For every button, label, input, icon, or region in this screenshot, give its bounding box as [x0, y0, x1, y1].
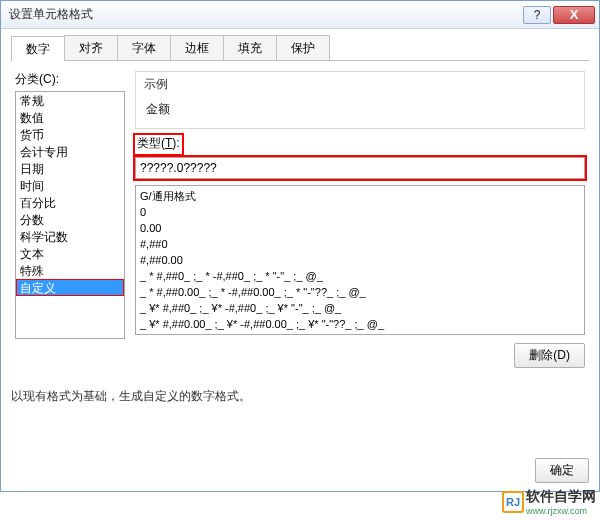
cat-custom[interactable]: 自定义	[16, 279, 124, 296]
watermark-title: 软件自学网	[526, 488, 596, 506]
title-bar: 设置单元格格式 ? X	[1, 1, 599, 29]
fmt-item[interactable]: _ * #,##0.00_ ;_ * -#,##0.00_ ;_ * "-"??…	[138, 284, 582, 300]
ok-button[interactable]: 确定	[535, 458, 589, 483]
fmt-item[interactable]: _ * #,##0_ ;_ * -#,##0_ ;_ * "-"_ ;_ @_	[138, 268, 582, 284]
cat-percent[interactable]: 百分比	[16, 194, 124, 211]
close-button[interactable]: X	[553, 6, 595, 24]
tab-number[interactable]: 数字	[11, 36, 65, 61]
type-input[interactable]	[135, 157, 585, 179]
tab-font[interactable]: 字体	[117, 35, 171, 60]
sample-value: 金额	[144, 101, 576, 118]
watermark-icon: RJ	[502, 491, 524, 513]
fmt-item[interactable]: 0	[138, 204, 582, 220]
format-listbox[interactable]: G/通用格式 0 0.00 #,##0 #,##0.00 _ * #,##0_ …	[135, 185, 585, 335]
cat-text[interactable]: 文本	[16, 245, 124, 262]
category-listbox[interactable]: 常规 数值 货币 会计专用 日期 时间 百分比 分数 科学记数 文本 特殊 自定…	[15, 91, 125, 339]
tab-align[interactable]: 对齐	[64, 35, 118, 60]
cat-fraction[interactable]: 分数	[16, 211, 124, 228]
fmt-item[interactable]: _ ¥* #,##0.00_ ;_ ¥* -#,##0.00_ ;_ ¥* "-…	[138, 316, 582, 332]
window-title: 设置单元格格式	[9, 6, 523, 23]
window-controls: ? X	[523, 6, 595, 24]
cat-time[interactable]: 时间	[16, 177, 124, 194]
fmt-item[interactable]: #,##0	[138, 236, 582, 252]
fmt-item[interactable]: #,##0;-#,##0	[138, 332, 582, 335]
tab-strip: 数字 对齐 字体 边框 填充 保护	[11, 35, 589, 61]
fmt-item[interactable]: _ ¥* #,##0_ ;_ ¥* -#,##0_ ;_ ¥* "-"_ ;_ …	[138, 300, 582, 316]
help-button[interactable]: ?	[523, 6, 551, 24]
cat-currency[interactable]: 货币	[16, 126, 124, 143]
fmt-item[interactable]: #,##0.00	[138, 252, 582, 268]
cat-date[interactable]: 日期	[16, 160, 124, 177]
cat-number[interactable]: 数值	[16, 109, 124, 126]
tab-protect[interactable]: 保护	[276, 35, 330, 60]
fmt-item[interactable]: G/通用格式	[138, 188, 582, 204]
category-label: 分类(C):	[15, 71, 125, 88]
tab-fill[interactable]: 填充	[223, 35, 277, 60]
type-label: 类型(T):	[135, 135, 182, 154]
delete-button[interactable]: 删除(D)	[514, 343, 585, 368]
cat-accounting[interactable]: 会计专用	[16, 143, 124, 160]
tab-border[interactable]: 边框	[170, 35, 224, 60]
hint-text: 以现有格式为基础，生成自定义的数字格式。	[11, 388, 589, 405]
cat-special[interactable]: 特殊	[16, 262, 124, 279]
watermark: RJ 软件自学网 www.rjzxw.com	[502, 488, 596, 516]
sample-title: 示例	[144, 76, 576, 93]
cat-scientific[interactable]: 科学记数	[16, 228, 124, 245]
fmt-item[interactable]: 0.00	[138, 220, 582, 236]
watermark-url: www.rjzxw.com	[526, 506, 596, 516]
cat-general[interactable]: 常规	[16, 92, 124, 109]
sample-box: 示例 金额	[135, 71, 585, 129]
